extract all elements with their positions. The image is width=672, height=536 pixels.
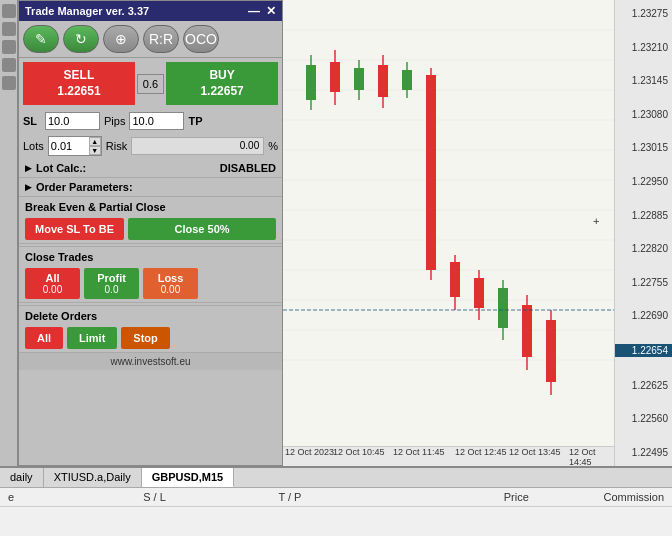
buy-button[interactable]: BUY 1.22657: [166, 62, 278, 105]
cursor-icon[interactable]: [2, 22, 16, 36]
svg-rect-25: [450, 262, 460, 297]
time-axis: 12 Oct 2023 12 Oct 10:45 12 Oct 11:45 12…: [283, 446, 614, 466]
time-5: 12 Oct 13:45: [509, 447, 561, 457]
delete-buttons: All Limit Stop: [19, 324, 282, 352]
move-sl-button[interactable]: Move SL To BE: [25, 218, 124, 240]
lot-calc-triangle-icon: ▶: [25, 163, 32, 173]
time-6: 12 Oct 14:45: [569, 447, 614, 466]
oco-button[interactable]: OCO: [183, 25, 219, 53]
lots-down-arrow[interactable]: ▼: [89, 146, 101, 155]
sell-button[interactable]: SELL 1.22651: [23, 62, 135, 105]
close-loss-value: 0.00: [161, 284, 180, 295]
break-even-buttons: Move SL To BE Close 50%: [19, 215, 282, 243]
tabs-row: daily XTIUSD.a,Daily GBPUSD,M15: [0, 468, 672, 488]
chart-icon[interactable]: [2, 4, 16, 18]
zoom-icon[interactable]: [2, 58, 16, 72]
lots-up-arrow[interactable]: ▲: [89, 137, 101, 146]
sell-price: 1.22651: [33, 84, 125, 100]
lots-input[interactable]: [49, 138, 89, 154]
svg-rect-13: [306, 65, 316, 100]
price-8: 1.22820: [615, 243, 672, 254]
bottom-section: daily XTIUSD.a,Daily GBPUSD,M15 e S / L …: [0, 466, 672, 536]
delete-orders-title: Delete Orders: [19, 305, 282, 324]
sl-label: SL: [23, 115, 41, 127]
minimize-button[interactable]: —: [248, 4, 260, 18]
close-profit-button[interactable]: Profit 0.0: [84, 268, 139, 299]
lot-calc-label: Lot Calc.:: [36, 162, 86, 174]
close-all-button[interactable]: All 0.00: [25, 268, 80, 299]
price-axis: 1.23275 1.23210 1.23145 1.23080 1.23015 …: [614, 0, 672, 466]
close-all-value: 0.00: [43, 284, 62, 295]
price-7: 1.22885: [615, 210, 672, 221]
sell-label: SELL: [33, 68, 125, 84]
close-trades-title: Close Trades: [19, 246, 282, 265]
tp-label: TP: [188, 115, 206, 127]
risk-bar: 0.00: [131, 137, 264, 155]
svg-rect-23: [426, 75, 436, 270]
price-6: 1.22950: [615, 176, 672, 187]
delete-limit-button[interactable]: Limit: [67, 327, 117, 349]
panel-title: Trade Manager ver. 3.37: [25, 5, 149, 17]
spread-badge: 0.6: [137, 74, 164, 94]
close-loss-button[interactable]: Loss 0.00: [143, 268, 198, 299]
buy-sell-row: SELL 1.22651 0.6 BUY 1.22657: [19, 58, 282, 109]
refresh-button[interactable]: ↻: [63, 25, 99, 53]
price-4: 1.23080: [615, 109, 672, 120]
tp-input[interactable]: [129, 112, 184, 130]
break-even-title: Break Even & Partial Close: [19, 196, 282, 215]
chart-area[interactable]: + 1.23275 1.23210 1.23145 1.23080 1.2301…: [283, 0, 672, 466]
price-12: 1.22560: [615, 413, 672, 424]
svg-rect-33: [546, 320, 556, 382]
price-2: 1.23210: [615, 42, 672, 53]
sl-input[interactable]: [45, 112, 100, 130]
target-button[interactable]: ⊕: [103, 25, 139, 53]
trade-manager-panel: Trade Manager ver. 3.37 — ✕ ✎ ↻ ⊕ R:R OC…: [18, 0, 283, 466]
svg-rect-21: [402, 70, 412, 90]
svg-rect-31: [522, 305, 532, 357]
close-loss-label: Loss: [158, 272, 184, 284]
settings-icon[interactable]: [2, 76, 16, 90]
close-profit-value: 0.0: [105, 284, 119, 295]
price-11: 1.22625: [615, 380, 672, 391]
delete-orders-section: Delete Orders All Limit Stop: [19, 302, 282, 352]
buy-price: 1.22657: [176, 84, 268, 100]
lots-arrows: ▲ ▼: [89, 137, 101, 155]
toolbar: ✎ ↻ ⊕ R:R OCO: [19, 21, 282, 58]
delete-all-button[interactable]: All: [25, 327, 63, 349]
lot-calc-row[interactable]: ▶ Lot Calc.: DISABLED: [19, 159, 282, 177]
col-tp: T / P: [278, 491, 393, 503]
price-13: 1.22495: [615, 447, 672, 458]
footer-url: www.investsoft.eu: [19, 352, 282, 370]
edit-button[interactable]: ✎: [23, 25, 59, 53]
risk-pct: %: [268, 140, 278, 152]
time-4: 12 Oct 12:45: [455, 447, 507, 457]
price-1: 1.23275: [615, 8, 672, 19]
col-price: Price: [414, 491, 529, 503]
left-sidebar: [0, 0, 18, 466]
order-params-label: Order Parameters:: [36, 181, 133, 193]
price-10: 1.22690: [615, 310, 672, 321]
delete-stop-button[interactable]: Stop: [121, 327, 169, 349]
lots-label: Lots: [23, 140, 44, 152]
close-trades-buttons: All 0.00 Profit 0.0 Loss 0.00: [19, 265, 282, 302]
crosshair-icon[interactable]: [2, 40, 16, 54]
panel-header: Trade Manager ver. 3.37 — ✕: [19, 1, 282, 21]
rr-button[interactable]: R:R: [143, 25, 179, 53]
svg-rect-29: [498, 288, 508, 328]
tab-daily[interactable]: daily: [0, 468, 44, 487]
svg-text:+: +: [593, 215, 599, 227]
tab-xtiusd[interactable]: XTIUSD.a,Daily: [44, 468, 142, 487]
time-1: 12 Oct 2023: [285, 447, 334, 457]
price-highlight: 1.22654: [615, 344, 672, 357]
svg-rect-15: [330, 62, 340, 92]
pips-label: Pips: [104, 115, 125, 127]
close-profit-label: Profit: [97, 272, 126, 284]
buy-label: BUY: [176, 68, 268, 84]
price-5: 1.23015: [615, 142, 672, 153]
col-commission: Commission: [549, 491, 664, 503]
order-params-row[interactable]: ▶ Order Parameters:: [19, 177, 282, 196]
close-50-button[interactable]: Close 50%: [128, 218, 276, 240]
tab-gbpusd[interactable]: GBPUSD,M15: [142, 468, 235, 487]
col-e: e: [8, 491, 123, 503]
close-button[interactable]: ✕: [266, 4, 276, 18]
